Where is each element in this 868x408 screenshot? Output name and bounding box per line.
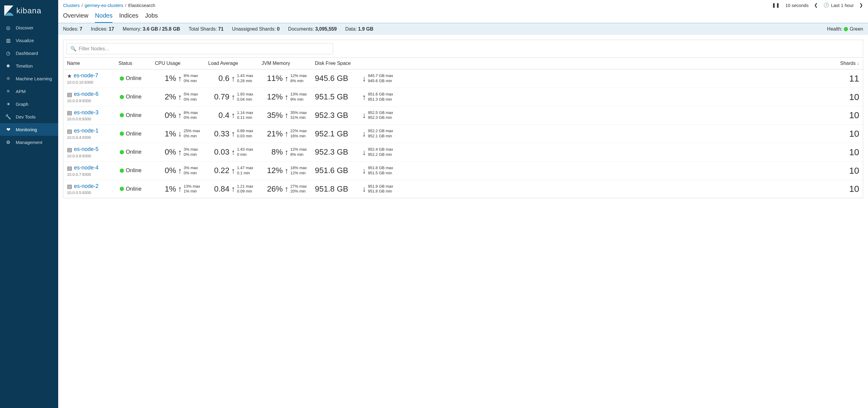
breadcrumb-item[interactable]: Clusters — [63, 3, 80, 8]
dashboard-icon: ◷ — [5, 50, 11, 56]
tab-indices[interactable]: Indices — [119, 12, 138, 23]
prev-range-button[interactable]: ❮ — [814, 2, 818, 8]
status-dot-icon — [120, 168, 124, 173]
shards-count: 10 — [849, 147, 859, 157]
metric-max: 952.2 GB max — [368, 128, 393, 134]
metric-value: 11% — [261, 74, 283, 83]
metric-min: 16% min — [290, 134, 307, 139]
metric-min: 0.09 min — [237, 189, 253, 194]
node-name-link[interactable]: es-node-1 — [74, 128, 98, 134]
shards-count: 10 — [849, 128, 859, 138]
sidebar-nav: ◎Discover▥Visualize◷Dashboard☻Timelion⚛M… — [0, 21, 58, 149]
metric-value: 2% — [155, 92, 176, 101]
table-row: ▤es-node-3 10.0.0.6:9300 Online 0% ↑ 8% … — [63, 106, 863, 125]
metric-max: 1.21 max — [237, 184, 253, 189]
col-jvm[interactable]: JVM Memory — [258, 58, 311, 69]
metric-max: 1.47 max — [237, 165, 253, 171]
sidebar-item-label: Dev Tools — [16, 114, 36, 119]
node-icon: ▤ — [67, 183, 72, 189]
metric-value: 0% — [155, 166, 176, 175]
metric-max: 0.89 max — [237, 128, 253, 134]
sidebar-item-machine-learning[interactable]: ⚛Machine Learning — [0, 72, 58, 85]
breadcrumb-item: Elasticsearch — [128, 3, 155, 8]
sidebar-item-visualize[interactable]: ▥Visualize — [0, 34, 58, 47]
metric-min: 0% min — [184, 171, 198, 176]
tab-jobs[interactable]: Jobs — [145, 12, 158, 23]
node-name-link[interactable]: es-node-6 — [74, 91, 98, 97]
trend-arrow-icon: ↓ — [178, 130, 182, 137]
breadcrumb-item[interactable]: germey-es-clusters — [85, 3, 123, 8]
metric-min: 0.28 min — [237, 79, 253, 84]
logo[interactable]: kibana — [0, 0, 58, 21]
col-shards[interactable]: Shards↓ — [817, 58, 863, 69]
metric-value: 12% — [261, 92, 283, 101]
node-name-link[interactable]: es-node-2 — [74, 183, 98, 189]
trend-arrow-icon: ↑ — [178, 111, 182, 119]
pause-button[interactable]: ❚❚ — [772, 2, 780, 8]
metric-max: 1.14 max — [237, 110, 253, 116]
trend-arrow-icon: ↑ — [285, 185, 288, 193]
col-name[interactable]: Name — [63, 58, 115, 69]
node-name-link[interactable]: es-node-4 — [74, 165, 98, 171]
filter-box[interactable]: 🔍 — [66, 43, 333, 54]
time-range-picker[interactable]: 🕒 Last 1 hour — [824, 2, 854, 8]
sidebar-item-label: Management — [16, 140, 42, 145]
breadcrumb-separator: / — [125, 3, 126, 8]
metric-min: 0.11 min — [237, 115, 253, 120]
status-dot-icon — [120, 76, 124, 81]
stat-data: Data:1.9 GB — [345, 26, 373, 32]
col-load[interactable]: Load Average — [205, 58, 258, 69]
table-row: ▤es-node-2 10.0.0.5:9300 Online 1% ↑ 13%… — [63, 180, 863, 198]
metric-max: 951.9 GB max — [368, 184, 393, 189]
metric-min: 952.1 GB min — [368, 134, 393, 139]
node-icon: ▤ — [67, 110, 72, 116]
trend-arrow-icon: ↑ — [285, 111, 288, 119]
sidebar-item-discover[interactable]: ◎Discover — [0, 21, 58, 34]
col-cpu[interactable]: CPU Usage — [151, 58, 205, 69]
sidebar-item-timelion[interactable]: ☻Timelion — [0, 59, 58, 72]
table-row: ▤es-node-6 10.0.0.9:9300 Online 2% ↑ 5% … — [63, 88, 863, 106]
health-dot-icon — [844, 27, 848, 31]
col-disk[interactable]: Disk Free Space — [311, 58, 408, 69]
stat-memory: Memory:3.6 GB / 25.8 GB — [123, 26, 180, 32]
sidebar-item-graph[interactable]: ✶Graph — [0, 98, 58, 110]
metric-min: 0.04 min — [237, 97, 253, 102]
trend-arrow-icon: ↓ — [362, 185, 366, 193]
shards-count: 10 — [849, 165, 859, 176]
sidebar-item-management[interactable]: ⚙Management — [0, 136, 58, 149]
sidebar-item-apm[interactable]: ≡APM — [0, 85, 58, 98]
next-range-button[interactable]: ❯ — [859, 2, 863, 8]
col-status[interactable]: Status — [115, 58, 151, 69]
filter-input[interactable] — [79, 46, 329, 52]
metric-min: 0% min — [184, 134, 200, 139]
sidebar-item-label: Machine Learning — [16, 76, 52, 81]
metric-max: 952.4 GB max — [368, 147, 393, 152]
time-range-label: Last 1 hour — [831, 3, 854, 8]
node-address: 10.0.0.4:9300 — [67, 135, 111, 140]
metric-max: 1.43 max — [237, 73, 253, 79]
sidebar-item-dashboard[interactable]: ◷Dashboard — [0, 47, 58, 59]
metric-min: 0% min — [184, 152, 198, 157]
sidebar-item-monitoring[interactable]: ❤Monitoring — [0, 123, 58, 136]
node-name-link[interactable]: es-node-3 — [74, 109, 98, 116]
sidebar-item-dev-tools[interactable]: 🔧Dev Tools — [0, 110, 58, 123]
node-status: Online — [119, 112, 148, 119]
metric-min: 0 min — [237, 152, 253, 157]
node-icon: ▤ — [67, 128, 72, 134]
node-name-link[interactable]: es-node-7 — [74, 72, 98, 79]
refresh-interval[interactable]: 10 seconds — [785, 3, 809, 8]
metric-max: 951.8 GB max — [368, 165, 393, 171]
tab-overview[interactable]: Overview — [63, 12, 88, 23]
trend-arrow-icon: ↑ — [285, 74, 288, 83]
trend-arrow-icon: ↑ — [231, 93, 235, 101]
metric-value: 0.6 — [208, 74, 229, 83]
metric-max: 27% max — [290, 184, 307, 189]
node-name-link[interactable]: es-node-5 — [74, 146, 98, 152]
metric-value: 951.6 GB — [315, 166, 360, 175]
tab-nodes[interactable]: Nodes — [95, 12, 113, 23]
metric-min: 951.8 GB min — [368, 189, 393, 194]
metric-min: 0% min — [184, 115, 198, 120]
timelion-icon: ☻ — [5, 63, 11, 68]
metric-value: 1% — [155, 74, 176, 83]
metric-value: 21% — [261, 129, 283, 138]
